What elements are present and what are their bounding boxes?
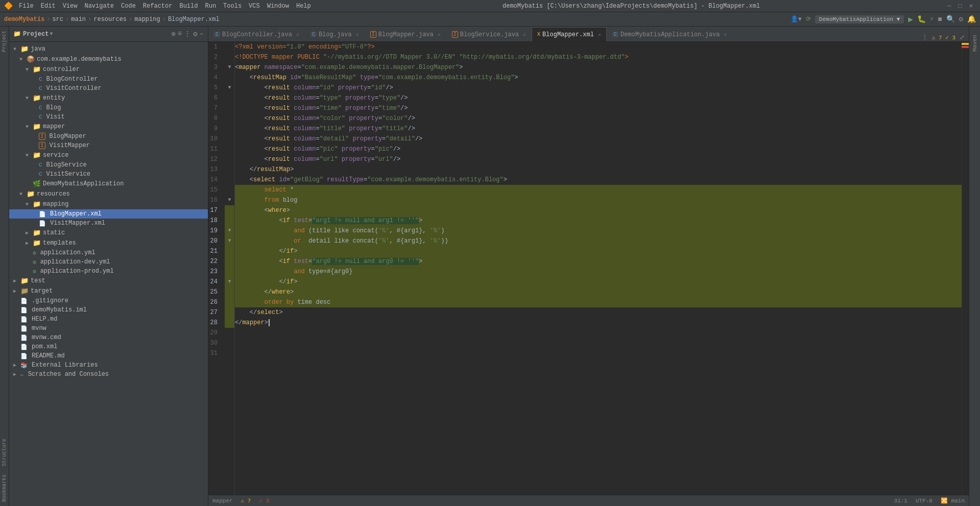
notifications-button[interactable]: 🔔	[967, 15, 976, 23]
tree-node-entity[interactable]: ▼ 📁 entity	[9, 93, 208, 103]
tree-node-blogmapper-java[interactable]: I BlogMapper	[9, 132, 208, 141]
breadcrumb-main[interactable]: main	[71, 16, 86, 23]
menu-file[interactable]: File	[16, 2, 37, 11]
tree-node-external-libs[interactable]: ▶ 📚 External Libraries	[9, 360, 208, 370]
tree-node-visitcontroller[interactable]: C VisitController	[9, 84, 208, 93]
tree-node-gitignore[interactable]: 📄 .gitignore	[9, 296, 208, 305]
menu-code[interactable]: Code	[118, 2, 139, 11]
fold-button-16[interactable]: ▼	[225, 195, 234, 205]
menu-refactor[interactable]: Refactor	[140, 2, 176, 11]
tree-node-help[interactable]: 📄 HELP.md	[9, 315, 208, 324]
run-config-selector[interactable]: DemoMybatisApplication ▼	[815, 15, 904, 23]
tree-node-application-yml[interactable]: ⚙ application.yml	[9, 248, 208, 257]
close-icon[interactable]: ✕	[438, 32, 441, 38]
tree-node-controller[interactable]: ▼ 📁 controller	[9, 64, 208, 75]
breadcrumb-file[interactable]: BlogMapper.xml	[168, 16, 220, 23]
menu-run[interactable]: Run	[202, 2, 219, 11]
menu-window[interactable]: Window	[264, 2, 292, 11]
tree-node-scratches[interactable]: ▶ ✏️ Scratches and Consoles	[9, 370, 208, 379]
tree-node-java[interactable]: ▼ 📁 java	[9, 44, 208, 54]
tree-node-blogmapper-xml[interactable]: 📄 BlogMapper.xml	[9, 209, 208, 219]
breadcrumb-resources[interactable]: resources	[93, 16, 127, 23]
breadcrumb-src[interactable]: src	[52, 16, 63, 23]
tab-blogservice[interactable]: I BlogService.java ✕	[446, 27, 532, 41]
tree-node-demomybatisapp[interactable]: 🌿 DemoMybatisApplication	[9, 179, 208, 189]
sync-icon[interactable]: ⟳	[806, 15, 811, 23]
structure-tool-button[interactable]: Structure	[1, 435, 8, 470]
close-icon[interactable]: ✕	[598, 32, 601, 38]
maven-panel-label[interactable]: Maven	[970, 31, 980, 56]
menu-view[interactable]: View	[60, 2, 81, 11]
collapse-all-icon[interactable]: ≡	[178, 30, 182, 38]
dots-menu-icon[interactable]: ⋮	[184, 30, 191, 38]
bookmarks-tool-button[interactable]: Bookmarks	[1, 470, 8, 506]
code-content[interactable]: <?xml version="1.0" encoding="UTF-8"?> <…	[235, 42, 962, 495]
profile-icon[interactable]: 👤▼	[791, 15, 802, 23]
yaml-file-icon: ⚙	[33, 259, 36, 266]
breadcrumb-project[interactable]: demoMybatis	[4, 16, 44, 23]
tree-node-blogservice[interactable]: C BlogService	[9, 160, 208, 170]
sidebar-dropdown-arrow[interactable]: ▼	[50, 31, 53, 37]
fold-button-3[interactable]: ▼	[225, 62, 234, 73]
tree-node-visitmapper-java[interactable]: I VisitMapper	[9, 141, 208, 150]
close-icon[interactable]: ✕	[296, 32, 299, 38]
tree-node-templates[interactable]: ▶ 📁 templates	[9, 238, 208, 248]
menu-vcs[interactable]: VCS	[246, 2, 263, 11]
sidebar-hide-icon[interactable]: –	[200, 30, 204, 38]
tree-node-visit[interactable]: C Visit	[9, 112, 208, 122]
tree-node-blogcontroller[interactable]: C BlogController	[9, 75, 208, 84]
fold-button-24[interactable]: ▼	[225, 277, 234, 287]
tree-node-mvnw[interactable]: 📄 mvnw	[9, 324, 208, 333]
tree-node-readme[interactable]: 📄 README.md	[9, 351, 208, 360]
fold-button-19[interactable]: ▼	[225, 226, 234, 236]
menu-tools[interactable]: Tools	[220, 2, 245, 11]
tree-node-test[interactable]: ▶ 📁 test	[9, 276, 208, 286]
tree-node-target[interactable]: ▶ 📁 target	[9, 286, 208, 296]
tab-blogmapper-java[interactable]: I BlogMapper.java ✕	[365, 27, 446, 41]
locate-file-icon[interactable]: ⊕	[171, 30, 175, 38]
tab-blogcontroller[interactable]: C BlogController.java ✕	[208, 27, 305, 41]
tab-demomybatisapp[interactable]: C DemoMybatisApplication.java ✕	[607, 27, 732, 41]
project-tool-button[interactable]: Project	[1, 27, 8, 56]
tree-node-label: application.yml	[40, 249, 95, 256]
close-icon[interactable]: ✕	[523, 32, 526, 38]
tree-node-service[interactable]: ▼ 📁 service	[9, 150, 208, 160]
tree-node-visitmapper-xml[interactable]: 📄 VisitMapper.xml	[9, 219, 208, 228]
search-everywhere-button[interactable]: 🔍	[946, 15, 955, 23]
tree-node-pom[interactable]: 📄 pom.xml	[9, 342, 208, 351]
run-button[interactable]: ▶	[908, 14, 913, 25]
tree-node-blog[interactable]: C Blog	[9, 103, 208, 112]
tree-node-mvnw-cmd[interactable]: 📄 mvnw.cmd	[9, 333, 208, 342]
code-editor[interactable]: 1 2 3 4 5 6 7 8 9 10 11 12 13 14	[208, 42, 969, 495]
tree-node-package[interactable]: ▼ 📦 com.example.demomybatis	[9, 54, 208, 64]
stop-button[interactable]: ■	[938, 15, 942, 23]
tree-node-mapping[interactable]: ▼ 📁 mapping	[9, 199, 208, 209]
tree-node-static[interactable]: ▶ 📁 static	[9, 228, 208, 238]
close-icon[interactable]: ✕	[356, 32, 359, 38]
expand-editor-icon[interactable]: ⤢	[960, 34, 965, 41]
menu-navigate[interactable]: Navigate	[81, 2, 117, 11]
tree-node-mapper[interactable]: ▼ 📁 mapper	[9, 122, 208, 132]
menu-edit[interactable]: Edit	[38, 2, 59, 11]
minimize-button[interactable]: ─	[944, 3, 954, 10]
tree-node-visitservice[interactable]: C VisitService	[9, 170, 208, 179]
tab-blog[interactable]: C Blog.java ✕	[305, 27, 365, 41]
settings-button[interactable]: ⚙	[959, 15, 963, 23]
sidebar-settings-icon[interactable]: ⚙	[193, 30, 197, 38]
fold-button-20[interactable]: ▼	[225, 236, 234, 246]
menu-build[interactable]: Build	[176, 2, 201, 11]
menu-help[interactable]: Help	[293, 2, 314, 11]
fold-button-5[interactable]: ▼	[225, 83, 234, 93]
tree-node-resources[interactable]: ▼ 📁 resources	[9, 189, 208, 199]
close-icon[interactable]: ✕	[724, 32, 727, 38]
close-button[interactable]: ✕	[966, 2, 976, 10]
tab-blogmapper-xml[interactable]: X BlogMapper.xml ✕	[532, 27, 607, 41]
coverage-button[interactable]: ⚡	[930, 15, 934, 23]
tree-node-application-dev-yml[interactable]: ⚙ application-dev.yml	[9, 257, 208, 267]
breadcrumb-mapping[interactable]: mapping	[134, 16, 160, 23]
debug-button[interactable]: 🐛	[917, 15, 926, 23]
tab-menu-icon[interactable]: ⋮	[922, 34, 928, 41]
tree-node-iml[interactable]: 📄 demoMybatis.iml	[9, 305, 208, 315]
tree-node-application-prod-yml[interactable]: ⚙ application-prod.yml	[9, 267, 208, 276]
maximize-button[interactable]: □	[955, 3, 965, 10]
